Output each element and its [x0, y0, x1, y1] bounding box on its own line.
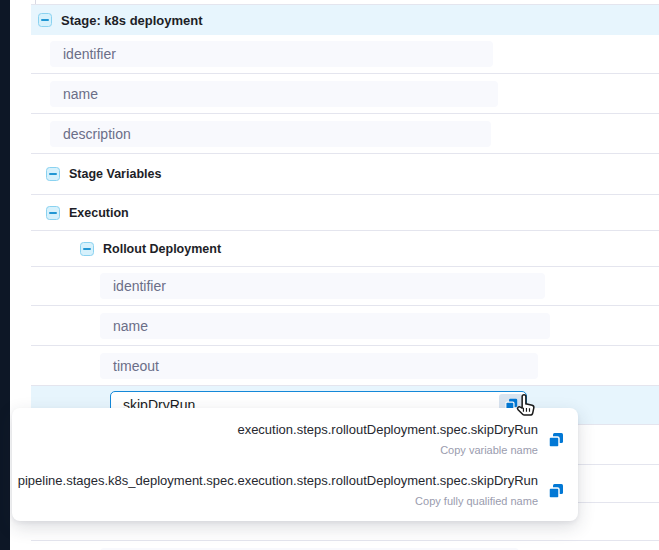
variable-value-pill[interactable]: name [50, 81, 498, 107]
section-label: Execution [69, 206, 129, 220]
stage-row-label: Stage: k8s deployment [61, 13, 203, 28]
variable-value-pill[interactable]: identifier [50, 41, 493, 67]
app-nav-strip [0, 0, 10, 550]
tree-row-stage[interactable]: Stage: k8s deployment [31, 5, 659, 35]
copy-fqn-item[interactable]: pipeline.stages.k8s_deployment.spec.exec… [28, 473, 564, 508]
tree-row-stage-variables[interactable]: Stage Variables [31, 154, 659, 195]
tree-row-name: name [31, 74, 659, 114]
copy-variable-caption: Copy variable name [237, 444, 538, 457]
tree-row-step-identifier: identifier [31, 267, 659, 306]
variable-value-pill[interactable]: description [50, 121, 491, 147]
variable-value-pill[interactable]: timeout [100, 353, 538, 379]
copy-variable-name-item[interactable]: execution.steps.rolloutDeployment.spec.s… [28, 422, 564, 457]
collapse-icon[interactable] [46, 167, 60, 181]
variable-fqn-expression: pipeline.stages.k8s_deployment.spec.exec… [18, 473, 538, 489]
copy-variable-popover: execution.steps.rolloutDeployment.spec.s… [12, 408, 578, 521]
tree-row-execution[interactable]: Execution [31, 195, 659, 231]
collapse-icon[interactable] [80, 242, 94, 256]
tree-row-identifier: identifier [31, 35, 659, 74]
section-label: Rollout Deployment [103, 242, 221, 256]
variable-name-label: description [63, 126, 131, 142]
variable-name-label: identifier [63, 46, 116, 62]
tree-row-step-name: name [31, 306, 659, 346]
variable-name-label: name [63, 86, 98, 102]
tree-row-description: description [31, 114, 659, 154]
variable-name-label: identifier [113, 278, 166, 294]
collapse-icon[interactable] [38, 13, 52, 27]
variable-value-pill[interactable]: name [100, 313, 550, 339]
variable-expression: execution.steps.rolloutDeployment.spec.s… [237, 422, 538, 438]
variable-name-label: name [113, 318, 148, 334]
variable-name-label: timeout [113, 358, 159, 374]
variable-value-pill[interactable]: identifier [100, 273, 545, 299]
tree-row-bottom-name: name [31, 541, 659, 550]
tree-row-rollout-deployment[interactable]: Rollout Deployment [31, 231, 659, 267]
copy-fqn-caption: Copy fully qualified name [18, 495, 538, 508]
copy-icon[interactable] [548, 432, 564, 448]
section-label: Stage Variables [69, 167, 161, 181]
tree-row-step-timeout: timeout [31, 346, 659, 386]
copy-icon[interactable] [548, 483, 564, 499]
collapse-icon[interactable] [46, 206, 60, 220]
